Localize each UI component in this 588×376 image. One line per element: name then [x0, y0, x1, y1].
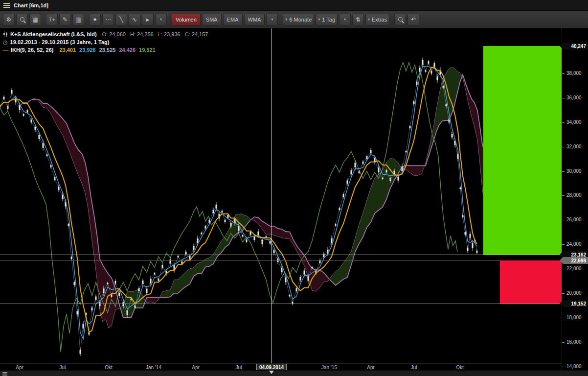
- y-axis-label: 18,000: [566, 315, 582, 321]
- stop-loss-zone[interactable]: [500, 260, 562, 304]
- y-axis-label: 28,000: [566, 192, 582, 198]
- timeframe-dropdown[interactable]: ▾6 Monate: [283, 14, 314, 25]
- y-axis-tick: [562, 293, 565, 294]
- trendline-tool-button[interactable]: ╲: [115, 14, 127, 25]
- price-plot[interactable]: [0, 28, 562, 370]
- text-plus-icon: T+: [48, 17, 55, 23]
- indicator-value: 23,525: [99, 47, 116, 53]
- title-bar: Chart [6m,1d]: [0, 0, 588, 11]
- x-axis-label: Okt: [105, 365, 113, 370]
- gear-icon: ⚙: [6, 17, 12, 23]
- x-axis-label: Jan '14: [146, 365, 161, 370]
- y-axis-label: 16,000: [566, 339, 582, 345]
- chevron-down-icon: ▾: [285, 17, 287, 22]
- price-level-badge: 22,698: [560, 257, 588, 264]
- y-axis-label: 20,000: [566, 290, 582, 296]
- volumen-button[interactable]: Volumen: [172, 14, 201, 25]
- y-axis-label: 14,000: [566, 364, 582, 370]
- x-axis-label: Jan '15: [321, 365, 337, 370]
- tools-dropdown-button[interactable]: ▾: [155, 14, 167, 25]
- ema-button[interactable]: EMA: [223, 14, 243, 25]
- dotted-line-tool-button[interactable]: ⋯: [102, 14, 114, 25]
- extras-dropdown[interactable]: ▾Extras: [365, 14, 389, 25]
- interval-dropdown[interactable]: ▾1 Tag: [316, 14, 338, 25]
- curve-tool-button[interactable]: ∿: [129, 14, 140, 25]
- y-axis-label: 30,000: [566, 168, 582, 174]
- x-axis-label: Okt: [456, 365, 464, 370]
- chart-style-dropdown[interactable]: ▾: [339, 14, 351, 25]
- y-axis-label: 34,000: [566, 119, 582, 125]
- dots-icon: ⋯: [105, 17, 111, 23]
- y-axis-label: 38,000: [566, 70, 582, 76]
- low-label: L:: [158, 31, 162, 37]
- y-axis-tick: [562, 73, 565, 74]
- draw-tool-button[interactable]: ✎: [59, 14, 71, 25]
- y-axis-label: 22,000: [566, 266, 582, 272]
- y-axis-tick: [562, 171, 565, 172]
- window-title: Chart [6m,1d]: [14, 2, 48, 8]
- menu-icon[interactable]: [3, 3, 10, 8]
- bottom-bar: [0, 370, 588, 376]
- layout-grid-button[interactable]: ▦: [29, 14, 41, 25]
- close-label: C:: [185, 31, 190, 37]
- grid-icon: ▦: [32, 17, 38, 23]
- indicators-dropdown-button[interactable]: ▾: [266, 14, 278, 25]
- compare-icon: ⇅: [356, 17, 361, 23]
- undo-button[interactable]: ↶: [407, 14, 419, 25]
- text-tool-button[interactable]: T+: [46, 14, 58, 25]
- line-marker-icon: ◆: [93, 18, 96, 22]
- take-profit-zone[interactable]: [483, 46, 562, 255]
- wma-button[interactable]: WMA: [244, 14, 265, 25]
- indicator-swatch: —: [3, 46, 8, 54]
- price-level-line: [0, 304, 562, 304]
- y-axis-tick: [562, 244, 565, 245]
- pointer-tool-button[interactable]: ▸: [142, 14, 154, 25]
- zoom-in-icon: [398, 17, 403, 22]
- bottom-menu-icon[interactable]: [2, 372, 7, 376]
- settings-button[interactable]: ⚙: [3, 14, 15, 25]
- compare-button[interactable]: ⇅: [352, 14, 364, 25]
- indicator-values: 23,40123,92623,52524,42619,521: [56, 46, 155, 54]
- candlestick-chart-icon: ▥: [75, 17, 81, 23]
- pointer-icon: ▸: [146, 17, 149, 23]
- y-axis-label: 36,000: [566, 95, 582, 101]
- y-axis-tick: [562, 342, 565, 343]
- price-level-line: [0, 255, 562, 255]
- time-axis[interactable]: AprJulOktJan '14AprJulJan '15AprJulOkt04…: [0, 363, 562, 370]
- chevron-down-icon: ▾: [160, 17, 162, 22]
- y-axis-tick: [562, 318, 565, 318]
- chevron-down-icon: ▾: [368, 17, 370, 22]
- cursor-date-badge: 04.09.2014: [256, 364, 287, 371]
- price-level-badge: 23,162: [560, 251, 588, 258]
- chart-area[interactable]: K+S Aktiengesellschaft (L&S, bid) O: 24,…: [0, 28, 588, 370]
- line-marker-tool-button[interactable]: ◆: [89, 14, 101, 25]
- open-label: O:: [102, 31, 108, 37]
- price-level-line: [0, 260, 562, 261]
- search-button[interactable]: [16, 14, 28, 25]
- clock-icon: ◷: [3, 38, 8, 46]
- high-label: H:: [130, 31, 136, 37]
- cursor-marker-icon: [269, 371, 274, 374]
- pencil-icon: ✎: [63, 17, 68, 23]
- date-range: 19.02.2013 - 29.10.2015 (3 Jahre, 1 Tag): [10, 38, 110, 46]
- instrument-row: K+S Aktiengesellschaft (L&S, bid) O: 24,…: [3, 30, 208, 38]
- price-axis[interactable]: 38,00036,00034,00032,00030,00028,00026,0…: [562, 28, 588, 370]
- y-axis-label: 24,000: [566, 241, 582, 247]
- chart-type-button[interactable]: ▥: [72, 14, 84, 25]
- y-axis-tick: [562, 147, 565, 147]
- chevron-down-icon: ▾: [271, 17, 273, 22]
- indicator-value: 24,426: [119, 47, 136, 53]
- x-axis-label: Apr: [192, 365, 200, 370]
- price-level-badge: 40,247: [560, 43, 588, 49]
- price-level-badge: 19,152: [560, 300, 588, 307]
- indicator-value: 23,401: [59, 47, 76, 53]
- candlestick-icon: [3, 31, 8, 37]
- close-value: 24,157: [192, 31, 208, 37]
- crosshair-vertical-line: [271, 28, 272, 363]
- x-axis-label: Apr: [16, 365, 23, 370]
- zoom-in-button[interactable]: [394, 14, 406, 25]
- high-value: 24,256: [137, 31, 154, 37]
- indicator-value: 23,926: [79, 47, 96, 53]
- y-axis-tick: [562, 122, 565, 123]
- sma-button[interactable]: SMA: [202, 14, 222, 25]
